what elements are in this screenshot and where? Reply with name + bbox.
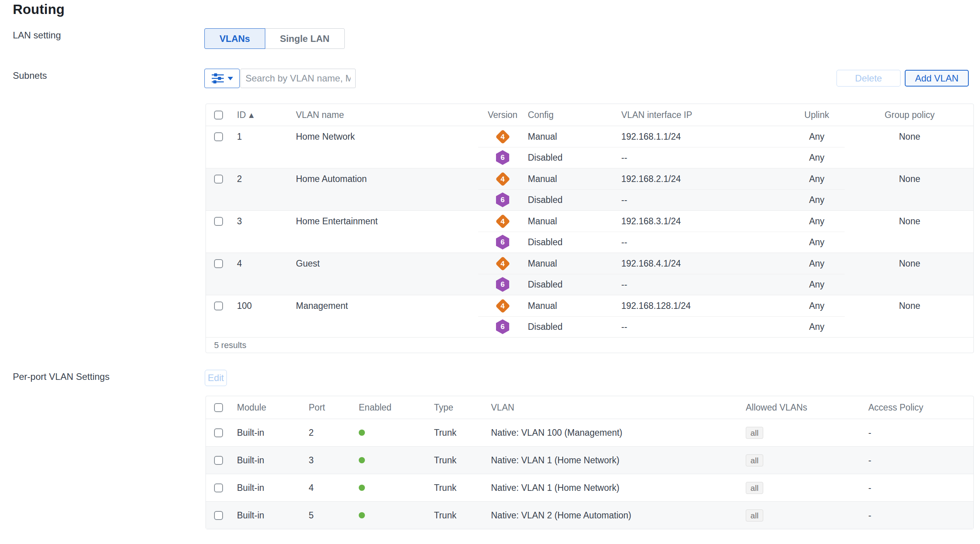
allowed-vlans-cell: all: [741, 454, 861, 466]
ipv6-icon: 6: [496, 319, 509, 334]
uplink-value: Any: [788, 174, 846, 184]
lan-setting-toggle: VLANsSingle LAN: [204, 28, 345, 49]
ipv6-icon: 6: [496, 277, 509, 292]
subnets-table-header: ID▲VLAN nameVersionConfigVLAN interface …: [206, 104, 973, 126]
column-header-port: Port: [307, 402, 357, 413]
checkbox-cell: [206, 511, 233, 520]
checkbox-cell: [206, 456, 233, 465]
ipv4-label: 4: [501, 301, 505, 310]
type-value: Trunk: [431, 483, 487, 493]
column-header-version[interactable]: Version: [485, 110, 520, 120]
checkbox[interactable]: [214, 111, 223, 120]
delete-button[interactable]: Delete: [837, 70, 900, 87]
ipv6-subrow: 6Disabled--Any: [485, 316, 973, 337]
config-value: Manual: [520, 301, 617, 311]
ipv4-icon: 4: [495, 214, 510, 229]
ipv4-icon: 4: [495, 256, 510, 271]
interface-ip-value: --: [617, 322, 788, 332]
add-vlan-button[interactable]: Add VLAN: [905, 70, 969, 87]
edit-button[interactable]: Edit: [205, 370, 227, 386]
enabled-cell: [357, 430, 431, 436]
interface-ip-value: --: [617, 237, 788, 248]
ipv4-subrow: 4Manual192.168.1.1/24AnyNone: [485, 126, 973, 147]
ipv4-label: 4: [501, 217, 505, 225]
port-value: 3: [307, 455, 357, 466]
column-header-config[interactable]: Config: [520, 110, 617, 120]
module-value: Built-in: [233, 483, 307, 493]
lan-option-single-lan[interactable]: Single LAN: [265, 28, 345, 49]
port-row: Built-in2TrunkNative: VLAN 100 (Manageme…: [206, 419, 973, 447]
checkbox[interactable]: [214, 259, 223, 268]
group-policy-value: None: [846, 174, 973, 184]
checkbox-cell: [206, 168, 233, 189]
vlan-name: Home Automation: [291, 168, 485, 189]
port-row: Built-in5TrunkNative: VLAN 2 (Home Autom…: [206, 502, 973, 529]
allowed-vlans-chip: all: [746, 427, 763, 439]
vlan-id: 1: [233, 126, 291, 147]
lan-option-vlans[interactable]: VLANs: [204, 28, 265, 49]
enabled-cell: [357, 457, 431, 463]
filter-button[interactable]: [204, 69, 240, 88]
column-header-module: Module: [233, 402, 307, 413]
column-header-label: Version: [488, 110, 518, 120]
search-input[interactable]: [240, 69, 356, 88]
uplink-value: Any: [788, 322, 846, 332]
ipv6-subrow: 6Disabled--Any: [485, 189, 973, 210]
module-value: Built-in: [233, 510, 307, 521]
subrow-divider: [478, 147, 845, 147]
checkbox-cell: [206, 483, 233, 492]
type-value: Trunk: [431, 455, 487, 466]
ipv6-subrow: 6Disabled--Any: [485, 147, 973, 168]
interface-ip-value: 192.168.3.1/24: [617, 216, 788, 227]
checkbox[interactable]: [214, 217, 223, 226]
ipv6-icon: 6: [496, 150, 509, 165]
checkbox-cell: [206, 428, 233, 437]
ipv6-icon: 6: [496, 192, 509, 207]
allowed-vlans-chip: all: [746, 454, 763, 466]
ipv4-subrow: 4Manual192.168.4.1/24AnyNone: [485, 253, 973, 274]
allowed-vlans-chip: all: [746, 482, 763, 494]
checkbox[interactable]: [214, 456, 223, 465]
column-header-type: Type: [431, 402, 487, 413]
column-header-access-policy: Access Policy: [861, 402, 973, 413]
checkbox[interactable]: [214, 403, 223, 412]
checkbox-cell: [206, 403, 233, 412]
column-header-id[interactable]: ID▲: [233, 110, 291, 120]
ipv6-subrow: 6Disabled--Any: [485, 232, 973, 253]
checkbox[interactable]: [214, 301, 223, 310]
vlan-value: Native: VLAN 2 (Home Automation): [487, 510, 741, 521]
enabled-cell: [357, 485, 431, 491]
column-header-vlan-name[interactable]: VLAN name: [291, 110, 485, 120]
column-header-uplink[interactable]: Uplink: [788, 110, 846, 120]
sliders-icon: [211, 73, 224, 84]
checkbox[interactable]: [214, 132, 223, 141]
config-value: Disabled: [520, 195, 617, 205]
uplink-value: Any: [788, 132, 846, 142]
column-header-label: Group policy: [885, 110, 935, 120]
interface-ip-value: 192.168.4.1/24: [617, 258, 788, 269]
checkbox-cell: [206, 295, 233, 316]
access-policy-value: -: [861, 510, 973, 521]
subrow-divider: [478, 232, 845, 232]
uplink-value: Any: [788, 258, 846, 269]
checkbox[interactable]: [214, 175, 223, 184]
column-header-label: VLAN name: [296, 110, 344, 120]
group-policy-value: None: [846, 301, 973, 311]
column-header-label: Uplink: [804, 110, 829, 120]
column-header-vlan: VLAN: [487, 402, 741, 413]
config-value: Disabled: [520, 279, 617, 290]
config-value: Disabled: [520, 152, 617, 163]
per-port-table-header: ModulePortEnabledTypeVLANAllowed VLANsAc…: [206, 396, 973, 419]
checkbox[interactable]: [214, 428, 223, 437]
checkbox[interactable]: [214, 511, 223, 520]
allowed-vlans-cell: all: [741, 509, 861, 521]
interface-ip-value: --: [617, 152, 788, 163]
vlan-row: 3Home Entertainment4Manual192.168.3.1/24…: [206, 211, 973, 253]
subnets-table: ID▲VLAN nameVersionConfigVLAN interface …: [206, 104, 974, 353]
enabled-status-icon: [359, 512, 365, 518]
enabled-cell: [357, 512, 431, 518]
checkbox[interactable]: [214, 483, 223, 492]
column-header-vlan-interface-ip[interactable]: VLAN interface IP: [617, 110, 788, 120]
column-header-group-policy[interactable]: Group policy: [846, 110, 973, 120]
ipv4-subrow: 4Manual192.168.3.1/24AnyNone: [485, 211, 973, 232]
